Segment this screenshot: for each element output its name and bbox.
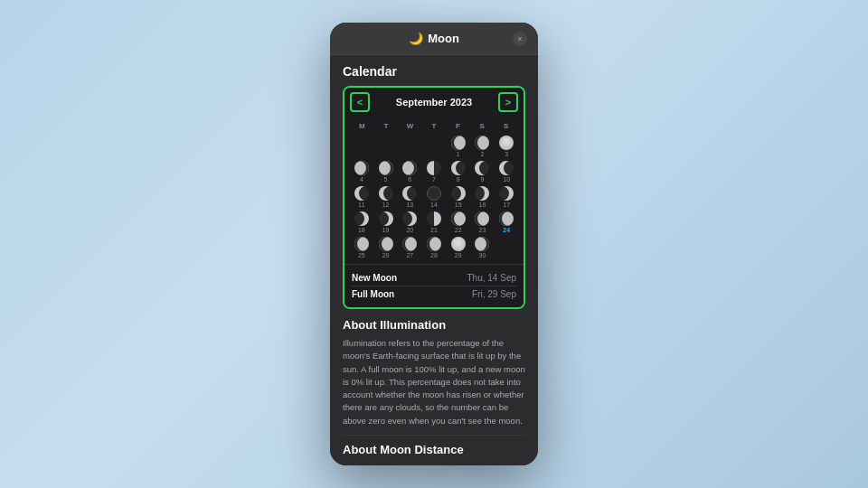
day-header-s2: S [494,120,518,132]
illumination-title: About Illumination [343,318,525,332]
calendar-nav: < September 2023 > [344,88,524,117]
day-3[interactable]: 3 [495,134,518,159]
day-12[interactable]: 12 [374,184,398,210]
day-empty-5: - [495,235,518,260]
day-header-m: M [350,120,374,132]
close-button[interactable]: × [513,32,527,46]
calendar-widget: < September 2023 > M T W T F S S - [343,86,525,309]
day-14[interactable]: 14 [422,184,446,210]
week-5: 25 26 27 28 29 30 - [350,235,518,260]
day-empty-3: - [398,134,421,159]
day-16[interactable]: 16 [471,184,495,210]
day-header-f: F [446,120,470,132]
day-empty-1: - [350,134,373,159]
week-2: 4 5 6 7 8 9 10 [350,159,518,184]
day-header-t1: T [374,120,399,132]
next-month-button[interactable]: > [498,92,518,112]
day-19[interactable]: 19 [374,210,398,235]
day-header-t2: T [422,120,447,132]
day-11[interactable]: 11 [350,184,373,210]
week-1: - - - - 1 2 3 [350,134,518,159]
main-content: Calendar < September 2023 > M T W T F S … [330,55,538,465]
moon-events: New Moon Thu, 14 Sep Full Moon Fri, 29 S… [344,264,524,307]
day-29[interactable]: 29 [447,235,470,260]
day-27[interactable]: 27 [398,235,421,260]
day-22[interactable]: 22 [447,210,470,235]
day-25[interactable]: 25 [350,235,373,260]
day-5[interactable]: 5 [374,159,398,184]
day-8[interactable]: 8 [447,159,470,184]
day-9[interactable]: 9 [471,159,495,184]
new-moon-label: New Moon [352,273,397,283]
day-15[interactable]: 15 [447,184,470,210]
calendar-section-title: Calendar [343,64,525,79]
title-bar: 🌙 Moon × [330,23,538,55]
moon-distance-title: About Moon Distance [343,435,525,456]
day-1[interactable]: 1 [447,134,470,159]
calendar-grid: M T W T F S S - - - - 1 2 3 [344,117,524,264]
full-moon-date: Fri, 29 Sep [472,289,516,299]
day-headers: M T W T F S S [350,120,518,132]
day-23[interactable]: 23 [471,210,495,235]
illumination-text: Illumination refers to the percentage of… [343,337,525,427]
day-13[interactable]: 13 [398,184,421,210]
month-year-label: September 2023 [396,97,472,108]
day-26[interactable]: 26 [374,235,398,260]
day-18[interactable]: 18 [350,210,373,235]
day-20[interactable]: 20 [398,210,421,235]
app-title: 🌙 Moon [409,32,459,45]
week-4: 18 19 20 21 22 23 24 [350,210,518,235]
phone-window: 🌙 Moon × Calendar < September 2023 > M T [330,23,538,465]
day-empty-4: - [422,134,446,159]
moon-icon-title: 🌙 [409,32,423,45]
day-17[interactable]: 17 [495,184,518,210]
day-2[interactable]: 2 [471,134,495,159]
day-7[interactable]: 7 [422,159,446,184]
day-24-today[interactable]: 24 [495,210,518,235]
day-10[interactable]: 10 [495,159,518,184]
about-illumination-section: About Illumination Illumination refers t… [343,318,525,427]
day-6[interactable]: 6 [398,159,421,184]
day-header-w: W [398,120,422,132]
new-moon-event: New Moon Thu, 14 Sep [352,270,516,286]
day-21[interactable]: 21 [422,210,446,235]
day-4[interactable]: 4 [350,159,373,184]
full-moon-event: Full Moon Fri, 29 Sep [352,286,516,302]
day-empty-2: - [374,134,398,159]
full-moon-label: Full Moon [352,289,394,299]
week-3: 11 12 13 14 15 16 17 [350,184,518,210]
prev-month-button[interactable]: < [350,92,370,112]
day-30[interactable]: 30 [471,235,495,260]
new-moon-date: Thu, 14 Sep [467,273,516,283]
day-28[interactable]: 28 [422,235,446,260]
day-header-s1: S [470,120,495,132]
